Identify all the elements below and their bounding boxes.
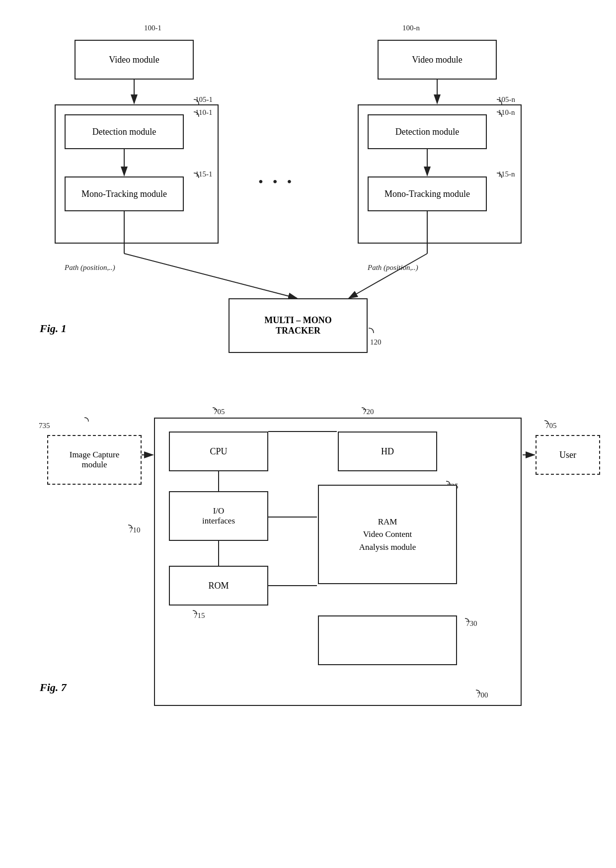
detection-module-1: Detection module xyxy=(65,114,184,149)
path-right-label: Path (position,..) xyxy=(368,263,418,272)
ref-110-1: 110-1 xyxy=(195,108,212,117)
cpu-box: CPU xyxy=(169,432,268,471)
path-left-label: Path (position,..) xyxy=(65,263,115,272)
ref-120: 120 xyxy=(370,338,382,347)
ref-720: 720 xyxy=(363,408,374,416)
svg-line-8 xyxy=(349,254,427,298)
ref-115-1: 115-1 xyxy=(195,170,212,178)
ref-735: 735 xyxy=(39,422,50,430)
fig1-label: Fig. 1 xyxy=(40,322,67,335)
hd-box: HD xyxy=(338,432,437,471)
user-box: User xyxy=(536,435,600,475)
ref-730: 730 xyxy=(466,619,477,628)
box-730 xyxy=(318,615,457,665)
detection-module-2: Detection module xyxy=(368,114,487,149)
ram-vca-box: RAM Video Content Analysis module xyxy=(318,485,457,584)
ellipsis-dots: • • • xyxy=(258,174,295,190)
ref-705-cpu: 705 xyxy=(214,408,225,416)
ref-715: 715 xyxy=(194,611,205,620)
ref-100-n: 100-n xyxy=(402,24,420,32)
page: 100-1 100-n Video module Video module 10… xyxy=(0,0,616,868)
rom-box: ROM xyxy=(169,566,268,606)
ref-710: 710 xyxy=(129,526,141,534)
image-capture-module: Image Capture module xyxy=(47,435,142,485)
ref-105-n: 105-n xyxy=(498,95,515,104)
mono-tracking-2: Mono-Tracking module xyxy=(368,176,487,211)
video-module-2: Video module xyxy=(378,40,497,80)
ref-110-n: 110-n xyxy=(498,108,515,117)
video-module-1: Video module xyxy=(75,40,194,80)
io-interfaces-box: I/O interfaces xyxy=(169,491,268,541)
ref-700: 700 xyxy=(477,691,488,699)
ref-115-n: 115-n xyxy=(498,170,515,178)
svg-line-6 xyxy=(124,254,297,298)
mono-tracking-1: Mono-Tracking module xyxy=(65,176,184,211)
ref-105-1: 105-1 xyxy=(195,95,213,104)
ref-100-1: 100-1 xyxy=(144,24,161,32)
ref-705-user: 705 xyxy=(545,422,557,430)
fig7-label: Fig. 7 xyxy=(40,681,67,694)
multi-mono-tracker: MULTI – MONO TRACKER xyxy=(229,298,368,353)
